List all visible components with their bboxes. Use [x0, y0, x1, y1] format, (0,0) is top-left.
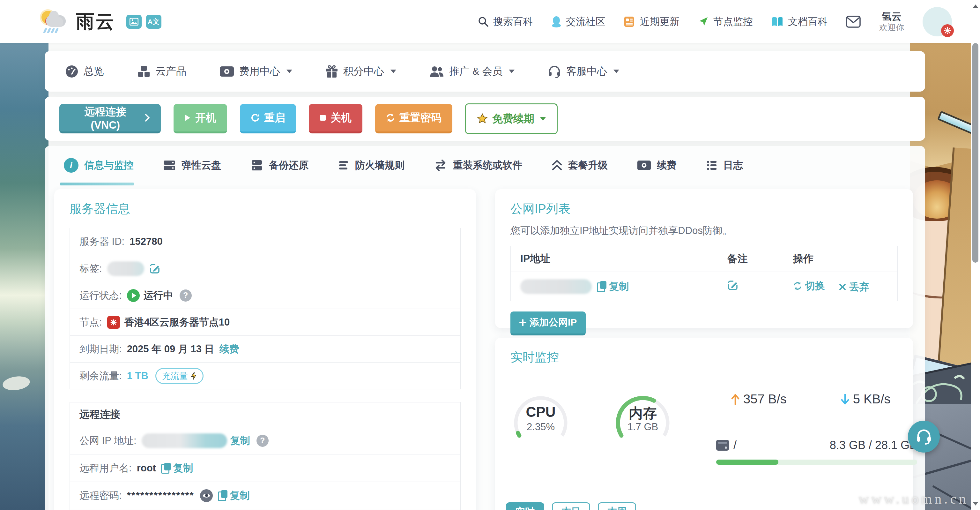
- headset-icon: [548, 65, 561, 78]
- node-value: 香港4区云服务器节点10: [124, 316, 230, 329]
- server-actions: 远程连接(VNC) 开机 重启 关机 重置密码 免费续期: [45, 97, 925, 141]
- renew-link[interactable]: 续费: [220, 343, 239, 356]
- copy-user-link[interactable]: 复制: [173, 462, 193, 475]
- status-value: 运行中: [143, 289, 173, 302]
- scrollbar[interactable]: [971, 0, 980, 510]
- server-info-table: 服务器 ID: 152780 标签: 运行状态: 运行中 ? 节点:: [70, 228, 461, 389]
- active-tab-underline: [60, 183, 134, 185]
- lightning-icon: [191, 372, 197, 380]
- tab-info-monitoring[interactable]: i 信息与监控: [64, 158, 134, 173]
- background-art-left: [0, 43, 48, 510]
- row-traffic: 剩余流量: 1 TB 充流量: [70, 362, 460, 389]
- hdd-icon: [716, 440, 729, 451]
- redo-icon: [251, 113, 260, 122]
- avatar[interactable]: [923, 7, 952, 37]
- server-id-value: 152780: [129, 236, 162, 247]
- time-range-buttons: 实时 本日 本周: [506, 502, 636, 510]
- exchange-icon: [434, 159, 447, 171]
- scroll-up-arrow-icon[interactable]: [973, 5, 978, 8]
- stop-icon: [320, 115, 326, 121]
- tasks-icon: [706, 159, 718, 171]
- remote-connection-table: 远程连接 公网 IP 地址: 复制 ? 远程用户名: root 复制 远程密码:…: [70, 402, 461, 510]
- play-icon: [185, 114, 191, 121]
- tab-backup-restore[interactable]: 备份还原: [250, 158, 309, 173]
- tab-logs[interactable]: 日志: [706, 158, 743, 173]
- discard-ip-button[interactable]: 丢弃: [839, 280, 869, 293]
- copy-ip-link[interactable]: 复制: [609, 280, 629, 293]
- nav-overview[interactable]: 总览: [65, 64, 104, 78]
- scroll-down-arrow-icon[interactable]: [973, 502, 978, 505]
- customer-support-float-button[interactable]: [908, 421, 940, 453]
- recharge-traffic-badge[interactable]: 充流量: [155, 368, 204, 384]
- nav-promotion-membership[interactable]: 推广 & 会员: [430, 64, 515, 78]
- edit-icon[interactable]: [149, 263, 160, 274]
- server-icon: [250, 159, 263, 171]
- row-node: 节点: 香港4区云服务器节点10: [70, 309, 460, 335]
- tab-renew[interactable]: 续费: [637, 158, 677, 173]
- memory-value: 1.7 GB: [612, 421, 673, 433]
- vnc-connect-button[interactable]: 远程连接(VNC): [59, 104, 161, 134]
- row-status: 运行状态: 运行中 ?: [70, 282, 460, 309]
- nav-search-wiki[interactable]: 搜索百科: [478, 15, 533, 29]
- qq-icon: [551, 16, 562, 27]
- tab-firewall-rules[interactable]: 防火墙规则: [338, 158, 404, 173]
- console-nav: 总览 云产品 费用中心 积分中心 推广 & 会员: [45, 51, 925, 92]
- logo[interactable]: 雨云: [41, 9, 116, 34]
- chevron-down-icon: [540, 117, 546, 121]
- location-arrow-icon: [698, 16, 709, 27]
- switch-ip-button[interactable]: 切换: [793, 279, 825, 293]
- memory-gauge: 内存 1.7 GB: [612, 386, 673, 446]
- status-help-icon[interactable]: ?: [180, 290, 192, 301]
- copy-icon[interactable]: [161, 463, 171, 473]
- disk-mount: /: [733, 438, 737, 452]
- edit-note-icon[interactable]: [727, 280, 738, 291]
- scrollbar-thumb[interactable]: [972, 43, 978, 263]
- nav-node-monitor[interactable]: 节点监控: [698, 15, 753, 29]
- tab-elastic-disk[interactable]: 弹性云盘: [163, 158, 221, 173]
- close-icon: [839, 284, 846, 290]
- copy-icon[interactable]: [597, 281, 606, 292]
- row-remote-password: 远程密码: *************** 复制: [70, 481, 460, 509]
- copy-password-link[interactable]: 复制: [230, 489, 250, 502]
- mail-button[interactable]: [846, 16, 861, 28]
- nav-docs[interactable]: 文档百科: [772, 15, 827, 29]
- header-nav: 搜索百科 交流社区 近期更新 节点监控: [478, 7, 952, 37]
- star-icon: [477, 113, 488, 124]
- tab-plan-upgrade[interactable]: 套餐升级: [552, 158, 608, 173]
- public-ip-description: 您可以添加独立IP地址实现访问并独享DDos防御。: [511, 224, 898, 237]
- public-ip-panel: 公网IP列表 您可以添加独立IP地址实现访问并独享DDos防御。 IP地址 备注…: [495, 189, 913, 328]
- nav-recent-updates[interactable]: 近期更新: [624, 15, 679, 29]
- panel-title: 公网IP列表: [511, 201, 898, 217]
- tab-reinstall[interactable]: 重装系统或软件: [434, 158, 522, 173]
- copy-ip-link[interactable]: 复制: [230, 434, 250, 448]
- add-public-ip-button[interactable]: 添加公网IP: [511, 311, 586, 335]
- nav-cloud-products[interactable]: 云产品: [137, 64, 186, 78]
- weather-logo-icon: [41, 10, 68, 33]
- range-week-button[interactable]: 本周: [598, 502, 636, 510]
- range-today-button[interactable]: 本日: [552, 502, 590, 510]
- panel-title: 服务器信息: [70, 201, 461, 217]
- copy-icon[interactable]: [218, 490, 228, 501]
- info-circle-icon: i: [64, 158, 78, 173]
- reset-password-button[interactable]: 重置密码: [375, 104, 452, 134]
- row-expire: 到期日期: 2025 年 09 月 13 日 续费: [70, 335, 460, 362]
- eye-icon[interactable]: [200, 489, 213, 502]
- ip-help-icon[interactable]: ?: [256, 435, 269, 447]
- user-greeting: 欢迎你: [879, 23, 904, 33]
- nav-community[interactable]: 交流社区: [551, 15, 606, 29]
- free-renew-button[interactable]: 免费续期: [465, 104, 558, 134]
- settings-gear-icon[interactable]: [941, 24, 954, 37]
- power-on-button[interactable]: 开机: [173, 104, 227, 134]
- translate-icon[interactable]: A文: [146, 15, 161, 29]
- nav-billing-center[interactable]: 费用中心: [220, 64, 292, 78]
- chevron-down-icon: [390, 70, 396, 73]
- row-tag: 标签:: [70, 255, 460, 282]
- nav-support-center[interactable]: 客服中心: [548, 64, 619, 78]
- nav-points-center[interactable]: 积分中心: [325, 64, 396, 78]
- reboot-button[interactable]: 重启: [240, 104, 296, 134]
- gallery-icon[interactable]: [126, 15, 142, 29]
- shutdown-button[interactable]: 关机: [309, 104, 363, 134]
- network-stats: 357 B/s 5 KB/s: [731, 392, 891, 406]
- range-realtime-button[interactable]: 实时: [506, 502, 544, 510]
- user-info[interactable]: 氢云 欢迎你: [879, 11, 904, 32]
